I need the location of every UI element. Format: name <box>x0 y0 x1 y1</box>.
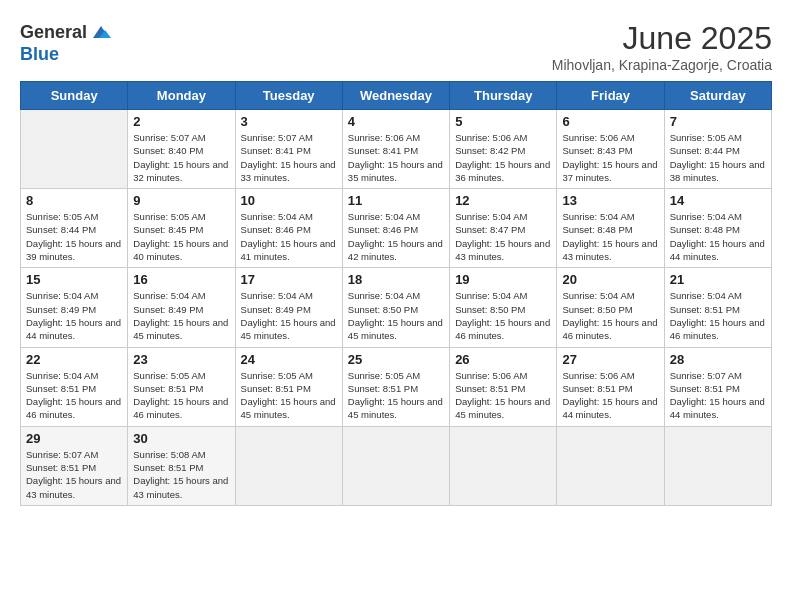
day-info: Sunrise: 5:04 AM Sunset: 8:50 PM Dayligh… <box>455 289 551 342</box>
day-info: Sunrise: 5:05 AM Sunset: 8:51 PM Dayligh… <box>348 369 444 422</box>
logo-icon <box>89 20 113 44</box>
day-info: Sunrise: 5:04 AM Sunset: 8:51 PM Dayligh… <box>670 289 766 342</box>
day-number: 30 <box>133 431 229 446</box>
day-number: 24 <box>241 352 337 367</box>
logo-blue: Blue <box>20 44 59 65</box>
calendar-cell: 18 Sunrise: 5:04 AM Sunset: 8:50 PM Dayl… <box>342 268 449 347</box>
day-number: 21 <box>670 272 766 287</box>
day-number: 13 <box>562 193 658 208</box>
day-number: 16 <box>133 272 229 287</box>
day-info: Sunrise: 5:04 AM Sunset: 8:49 PM Dayligh… <box>133 289 229 342</box>
day-number: 25 <box>348 352 444 367</box>
day-info: Sunrise: 5:07 AM Sunset: 8:51 PM Dayligh… <box>670 369 766 422</box>
header: General Blue June 2025 Mihovljan, Krapin… <box>20 20 772 73</box>
calendar-cell: 12 Sunrise: 5:04 AM Sunset: 8:47 PM Dayl… <box>450 189 557 268</box>
day-number: 12 <box>455 193 551 208</box>
month-title: June 2025 <box>552 20 772 57</box>
logo-general: General <box>20 22 87 43</box>
day-number: 27 <box>562 352 658 367</box>
calendar-cell: 2 Sunrise: 5:07 AM Sunset: 8:40 PM Dayli… <box>128 110 235 189</box>
calendar-cell: 8 Sunrise: 5:05 AM Sunset: 8:44 PM Dayli… <box>21 189 128 268</box>
calendar-cell: 23 Sunrise: 5:05 AM Sunset: 8:51 PM Dayl… <box>128 347 235 426</box>
calendar-week-row: 22 Sunrise: 5:04 AM Sunset: 8:51 PM Dayl… <box>21 347 772 426</box>
title-area: June 2025 Mihovljan, Krapina-Zagorje, Cr… <box>552 20 772 73</box>
calendar-cell: 24 Sunrise: 5:05 AM Sunset: 8:51 PM Dayl… <box>235 347 342 426</box>
calendar-header-row: SundayMondayTuesdayWednesdayThursdayFrid… <box>21 82 772 110</box>
day-info: Sunrise: 5:04 AM Sunset: 8:50 PM Dayligh… <box>348 289 444 342</box>
day-number: 29 <box>26 431 122 446</box>
calendar-cell: 19 Sunrise: 5:04 AM Sunset: 8:50 PM Dayl… <box>450 268 557 347</box>
calendar-cell <box>450 426 557 505</box>
calendar-cell: 16 Sunrise: 5:04 AM Sunset: 8:49 PM Dayl… <box>128 268 235 347</box>
day-number: 19 <box>455 272 551 287</box>
location-subtitle: Mihovljan, Krapina-Zagorje, Croatia <box>552 57 772 73</box>
day-info: Sunrise: 5:07 AM Sunset: 8:40 PM Dayligh… <box>133 131 229 184</box>
day-number: 26 <box>455 352 551 367</box>
day-number: 23 <box>133 352 229 367</box>
day-info: Sunrise: 5:07 AM Sunset: 8:51 PM Dayligh… <box>26 448 122 501</box>
day-header-thursday: Thursday <box>450 82 557 110</box>
day-info: Sunrise: 5:04 AM Sunset: 8:48 PM Dayligh… <box>670 210 766 263</box>
calendar-cell: 10 Sunrise: 5:04 AM Sunset: 8:46 PM Dayl… <box>235 189 342 268</box>
day-info: Sunrise: 5:04 AM Sunset: 8:46 PM Dayligh… <box>348 210 444 263</box>
calendar-cell: 22 Sunrise: 5:04 AM Sunset: 8:51 PM Dayl… <box>21 347 128 426</box>
calendar-cell: 20 Sunrise: 5:04 AM Sunset: 8:50 PM Dayl… <box>557 268 664 347</box>
calendar-cell: 4 Sunrise: 5:06 AM Sunset: 8:41 PM Dayli… <box>342 110 449 189</box>
day-header-sunday: Sunday <box>21 82 128 110</box>
calendar-cell <box>342 426 449 505</box>
day-info: Sunrise: 5:04 AM Sunset: 8:50 PM Dayligh… <box>562 289 658 342</box>
day-info: Sunrise: 5:06 AM Sunset: 8:41 PM Dayligh… <box>348 131 444 184</box>
calendar-cell: 29 Sunrise: 5:07 AM Sunset: 8:51 PM Dayl… <box>21 426 128 505</box>
calendar-week-row: 29 Sunrise: 5:07 AM Sunset: 8:51 PM Dayl… <box>21 426 772 505</box>
calendar-cell: 30 Sunrise: 5:08 AM Sunset: 8:51 PM Dayl… <box>128 426 235 505</box>
day-number: 18 <box>348 272 444 287</box>
day-number: 20 <box>562 272 658 287</box>
day-header-monday: Monday <box>128 82 235 110</box>
day-number: 28 <box>670 352 766 367</box>
day-info: Sunrise: 5:04 AM Sunset: 8:49 PM Dayligh… <box>26 289 122 342</box>
day-info: Sunrise: 5:05 AM Sunset: 8:44 PM Dayligh… <box>670 131 766 184</box>
day-number: 4 <box>348 114 444 129</box>
day-info: Sunrise: 5:04 AM Sunset: 8:49 PM Dayligh… <box>241 289 337 342</box>
day-number: 9 <box>133 193 229 208</box>
day-header-tuesday: Tuesday <box>235 82 342 110</box>
calendar-cell: 3 Sunrise: 5:07 AM Sunset: 8:41 PM Dayli… <box>235 110 342 189</box>
calendar: SundayMondayTuesdayWednesdayThursdayFrid… <box>20 81 772 506</box>
logo: General Blue <box>20 20 113 65</box>
day-info: Sunrise: 5:05 AM Sunset: 8:51 PM Dayligh… <box>133 369 229 422</box>
day-info: Sunrise: 5:05 AM Sunset: 8:44 PM Dayligh… <box>26 210 122 263</box>
calendar-cell <box>235 426 342 505</box>
calendar-cell: 17 Sunrise: 5:04 AM Sunset: 8:49 PM Dayl… <box>235 268 342 347</box>
day-info: Sunrise: 5:04 AM Sunset: 8:51 PM Dayligh… <box>26 369 122 422</box>
day-info: Sunrise: 5:07 AM Sunset: 8:41 PM Dayligh… <box>241 131 337 184</box>
calendar-cell: 6 Sunrise: 5:06 AM Sunset: 8:43 PM Dayli… <box>557 110 664 189</box>
calendar-cell <box>21 110 128 189</box>
calendar-cell: 27 Sunrise: 5:06 AM Sunset: 8:51 PM Dayl… <box>557 347 664 426</box>
calendar-cell: 25 Sunrise: 5:05 AM Sunset: 8:51 PM Dayl… <box>342 347 449 426</box>
calendar-cell: 13 Sunrise: 5:04 AM Sunset: 8:48 PM Dayl… <box>557 189 664 268</box>
day-number: 15 <box>26 272 122 287</box>
day-header-wednesday: Wednesday <box>342 82 449 110</box>
day-number: 8 <box>26 193 122 208</box>
day-number: 22 <box>26 352 122 367</box>
day-number: 10 <box>241 193 337 208</box>
day-number: 14 <box>670 193 766 208</box>
calendar-cell: 14 Sunrise: 5:04 AM Sunset: 8:48 PM Dayl… <box>664 189 771 268</box>
day-info: Sunrise: 5:06 AM Sunset: 8:43 PM Dayligh… <box>562 131 658 184</box>
day-number: 7 <box>670 114 766 129</box>
day-info: Sunrise: 5:08 AM Sunset: 8:51 PM Dayligh… <box>133 448 229 501</box>
day-header-saturday: Saturday <box>664 82 771 110</box>
calendar-cell: 11 Sunrise: 5:04 AM Sunset: 8:46 PM Dayl… <box>342 189 449 268</box>
calendar-week-row: 2 Sunrise: 5:07 AM Sunset: 8:40 PM Dayli… <box>21 110 772 189</box>
calendar-cell <box>664 426 771 505</box>
day-number: 2 <box>133 114 229 129</box>
calendar-cell: 26 Sunrise: 5:06 AM Sunset: 8:51 PM Dayl… <box>450 347 557 426</box>
day-info: Sunrise: 5:04 AM Sunset: 8:48 PM Dayligh… <box>562 210 658 263</box>
day-info: Sunrise: 5:05 AM Sunset: 8:45 PM Dayligh… <box>133 210 229 263</box>
calendar-cell: 7 Sunrise: 5:05 AM Sunset: 8:44 PM Dayli… <box>664 110 771 189</box>
day-number: 5 <box>455 114 551 129</box>
day-number: 17 <box>241 272 337 287</box>
day-info: Sunrise: 5:04 AM Sunset: 8:47 PM Dayligh… <box>455 210 551 263</box>
calendar-cell: 21 Sunrise: 5:04 AM Sunset: 8:51 PM Dayl… <box>664 268 771 347</box>
calendar-cell: 9 Sunrise: 5:05 AM Sunset: 8:45 PM Dayli… <box>128 189 235 268</box>
